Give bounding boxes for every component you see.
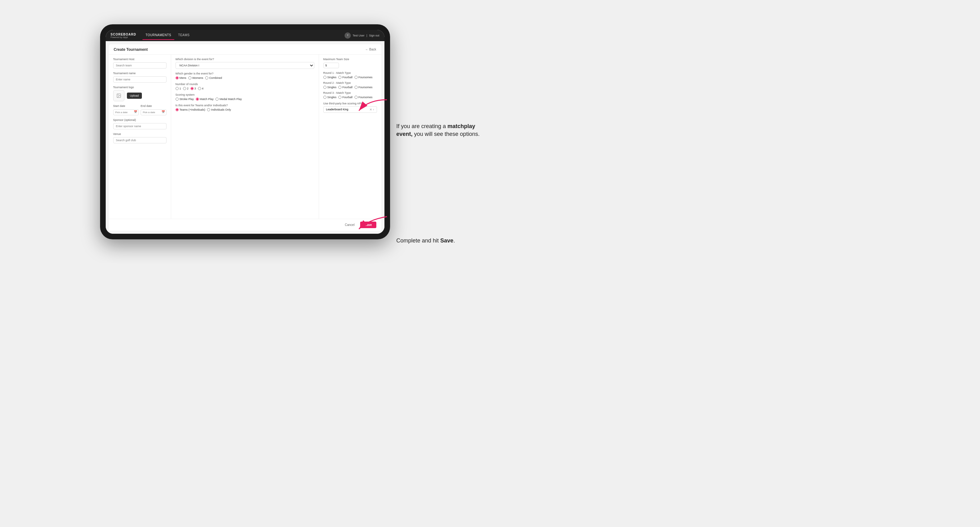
scoring-stroke-radio[interactable] [175,98,179,101]
tab-tournaments[interactable]: TOURNAMENTS [143,31,175,40]
teams-teams[interactable]: Teams (+Individuals) [175,108,205,111]
venue-label: Venue [113,132,167,136]
back-button[interactable]: ← Back [365,48,376,51]
user-name: Test User [353,34,364,37]
scoring-medal-radio[interactable] [215,98,219,101]
cancel-button[interactable]: Cancel [342,222,358,228]
scoring-match-label: Match Play [200,98,214,101]
venue-input[interactable] [113,137,167,143]
round3-fourball[interactable]: Fourball [338,96,353,99]
tab-teams[interactable]: TEAMS [175,31,193,40]
rounds-4-radio[interactable] [198,87,201,90]
rounds-2[interactable]: 2 [183,87,189,90]
max-team-size-label: Maximum Team Size [323,58,377,61]
logo-upload-area: Upload [113,90,167,101]
gender-combined[interactable]: Combined [205,76,222,79]
rounds-3-radio[interactable] [191,87,194,90]
round2-radio-group: Singles Fourball Foursomes [323,86,377,89]
logo-title: SCOREBOARD [111,33,136,36]
tournament-name-label: Tournament name [113,72,167,75]
tablet-screen: SCOREBOARD Powered by clippt TOURNAMENTS… [106,30,385,234]
rounds-1-radio[interactable] [175,87,179,90]
calendar-icon: 📅 [134,110,137,113]
tablet-frame: SCOREBOARD Powered by clippt TOURNAMENTS… [100,24,390,239]
gender-mens[interactable]: Mens [175,76,186,79]
rounds-3[interactable]: 3 [191,87,196,90]
teams-teams-radio[interactable] [175,108,179,111]
round1-singles-label: Singles [328,76,337,79]
third-party-value: Leaderboard King [326,108,348,111]
scoring-match-radio[interactable] [196,98,199,101]
scoring-medal[interactable]: Medal Match Play [215,98,242,101]
gender-label: Which gender is the event for? [175,72,314,75]
rounds-2-radio[interactable] [183,87,186,90]
form-container: Create Tournament ← Back Tournament Host… [109,44,381,231]
annotation-right-text1: If you are creating a [396,123,447,129]
round3-fourball-radio[interactable] [338,96,341,99]
round2-fourball-label: Fourball [342,86,353,89]
scoring-match[interactable]: Match Play [196,98,214,101]
round2-fourball-radio[interactable] [338,86,341,89]
nav-user: T Test User | Sign out [345,32,379,39]
round2-fourball[interactable]: Fourball [338,86,353,89]
tournament-host-label: Tournament Host [113,58,167,61]
scoring-stroke[interactable]: Stroke Play [175,98,194,101]
gender-womens[interactable]: Womens [188,76,203,79]
gender-womens-label: Womens [192,76,203,79]
tournament-logo-field: Tournament logo Upload [113,86,167,101]
round3-singles-radio[interactable] [323,96,326,99]
nav-logo: SCOREBOARD Powered by clippt [111,33,136,38]
round1-fourball[interactable]: Fourball [338,76,353,79]
round1-singles[interactable]: Singles [323,76,337,79]
nav-separator: | [366,34,367,37]
gender-combined-radio[interactable] [205,76,208,79]
teams-radio-group: Teams (+Individuals) Individuals Only [175,108,314,111]
round1-foursomes-radio[interactable] [355,76,358,79]
teams-individuals-radio[interactable] [207,108,210,111]
teams-individuals[interactable]: Individuals Only [207,108,231,111]
tournament-logo-label: Tournament logo [113,86,167,89]
round2-label: Round 2 - Match Type [323,81,377,84]
venue-field: Venue [113,132,167,143]
division-select[interactable]: NCAA Division I NCAA Division II NCAA Di… [175,62,314,69]
tournament-host-input[interactable] [113,62,167,68]
scoring-radio-group: Stroke Play Match Play Medal Match Play [175,98,314,101]
round2-singles[interactable]: Singles [323,86,337,89]
tournament-name-field: Tournament name [113,72,167,83]
teams-individuals-label: Individuals Only [211,108,231,111]
round2-foursomes[interactable]: Foursomes [355,86,372,89]
upload-button[interactable]: Upload [127,92,142,99]
rounds-4[interactable]: 4 [198,87,204,90]
form-middle-column: Which division is the event for? NCAA Di… [171,54,319,219]
form-left-column: Tournament Host Tournament name Tourname… [109,54,171,219]
rounds-label: Number of rounds [175,83,314,86]
round1-foursomes[interactable]: Foursomes [355,76,372,79]
arrow-right-annotation [356,97,393,115]
gender-womens-radio[interactable] [188,76,191,79]
tournament-name-input[interactable] [113,76,167,83]
max-team-size-input[interactable] [323,63,339,68]
rounds-field: Number of rounds 1 2 [175,83,314,90]
rounds-1[interactable]: 1 [175,87,181,90]
sponsor-input[interactable] [113,123,167,129]
teams-field: Is this event for Teams and/or Individua… [175,104,314,111]
round2-singles-label: Singles [328,86,337,89]
round3-singles[interactable]: Singles [323,96,337,99]
round1-singles-radio[interactable] [323,76,326,79]
rounds-1-label: 1 [180,87,181,90]
gender-radio-group: Mens Womens Combined [175,76,314,79]
round2-singles-radio[interactable] [323,86,326,89]
scoring-stroke-label: Stroke Play [180,98,194,101]
rounds-3-label: 3 [194,87,196,90]
round2-foursomes-radio[interactable] [355,86,358,89]
calendar-icon-end: 📅 [162,110,165,113]
page-title: Create Tournament [114,48,148,52]
main-content: Create Tournament ← Back Tournament Host… [106,41,385,234]
gender-mens-radio[interactable] [175,76,179,79]
start-date-field: Start date 📅 [113,105,139,115]
sign-out-link[interactable]: Sign out [369,34,379,37]
form-header: Create Tournament ← Back [109,44,381,54]
round1-fourball-radio[interactable] [338,76,341,79]
form-footer: Cancel Save [109,219,381,231]
form-right-column: Maximum Team Size Round 1 - Match Type S… [319,54,381,219]
